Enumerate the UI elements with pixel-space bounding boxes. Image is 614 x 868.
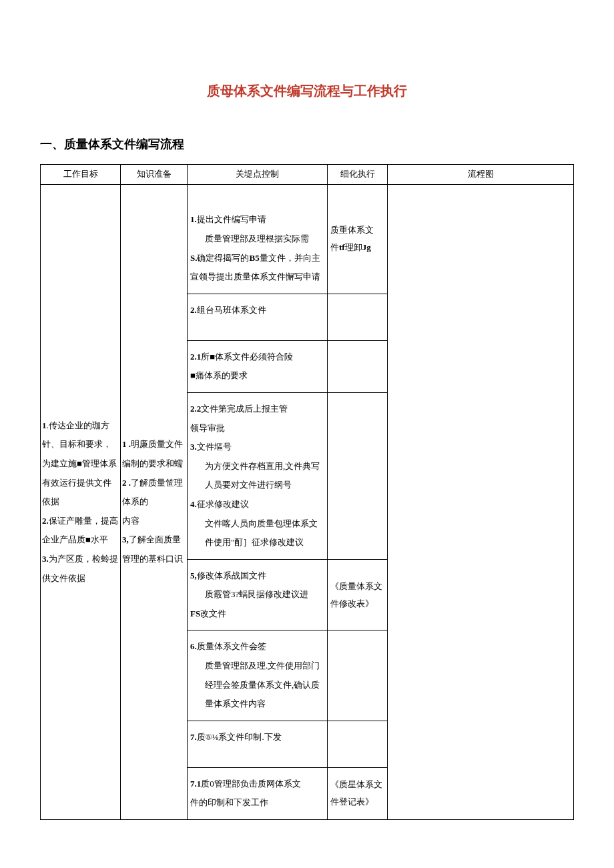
cell-keypoint-7: 7.质®⅛系文件印制.下发: [188, 721, 328, 767]
cell-keypoint-21: 2.1所■体系文件必须符合陵 ■痛体系的要求: [188, 340, 328, 392]
kp1-lead: 1.: [190, 214, 197, 224]
cell-keypoint-1: 1.提出文件编写申请 质量管理部及理根据实际需 S.确定得揭写的B5量文件，并向…: [188, 184, 328, 294]
kp5-title: 修改体系战国文件: [197, 570, 266, 580]
kp3-body: 为方便文件存档直用,文件典写人员要对文件进行纲号: [190, 457, 324, 495]
kp3-lead: 3.: [190, 442, 197, 452]
kp5-body1: 质霰管3?蜗艮据修改建议进: [190, 585, 308, 604]
kp21-lead: 2.1: [190, 352, 201, 362]
goal-2-text: 保证产雕量，提高企业产品质■水平: [42, 516, 118, 545]
header-detail: 细化执行: [328, 164, 388, 184]
kp2-title: 组台马班体系文件: [197, 305, 266, 315]
kp3-title: 文件塸号: [197, 442, 232, 452]
cell-detail-2: [328, 294, 388, 340]
kp4-title: 征求修改建议: [197, 499, 249, 509]
header-knowledge: 知识准备: [121, 164, 188, 184]
kp6-title: 质量体系文件会签: [197, 641, 266, 651]
kp1-body2: 确定得揭写的: [197, 253, 249, 263]
table-row: 1.传达企业的珈方针、目标和要求，为建立施■管理体系有效运行提供文件依据 2.保…: [41, 184, 574, 294]
kp71-text: 质0管理部负击质网体系文: [201, 779, 301, 789]
cell-goal: 1.传达企业的珈方针、目标和要求，为建立施■管理体系有效运行提供文件依据 2.保…: [41, 184, 121, 819]
kp6-lead: 6.: [190, 641, 197, 651]
kp1-title: 提出文件编写申请: [197, 214, 266, 224]
kp22-text: 文件第完成后上报主管: [201, 404, 288, 414]
kp4-body: 文件喀人员向质量包理体系文件使用"酊］征求修改建议: [190, 514, 324, 552]
detail-1b-bold: tf: [339, 242, 345, 252]
cell-knowledge: 1 .明廉质量文件编制的要求和蠕 2 .了解质量笸理体系的 内容 3,了解全面质…: [121, 184, 188, 819]
process-table: 工作目标 知识准备 关堤点控制 细化执行 流程图 1.传达企业的珈方针、目标和要…: [40, 164, 574, 820]
cell-detail-7: [328, 721, 388, 767]
detail-71: 《质星体系文件登记表》: [330, 779, 382, 807]
goal-1-text: .传达企业的珈方针、目标和要求，为建立施■管理体系有效运行提供文件依据: [42, 420, 117, 506]
kp21-text2: ■痛体系的要求: [190, 370, 248, 380]
goal-2-lead: 2.: [42, 516, 49, 526]
cell-detail-21: [328, 340, 388, 392]
kp1-body2-b: B5: [249, 253, 259, 263]
header-goal: 工作目标: [41, 164, 121, 184]
detail-1a: 质重体系文: [330, 225, 374, 235]
know-3-text: 了解全面质量管理的基科口识: [122, 534, 183, 564]
header-flow: 流程图: [388, 164, 574, 184]
detail-1b-tail: 理卸: [345, 242, 362, 252]
kp22-lead: 2.2: [190, 404, 201, 414]
know-2-lead: 2 .: [122, 478, 131, 488]
kp5-body2-lead: FS: [190, 608, 200, 618]
detail-1b-bold2: Jg: [362, 242, 371, 252]
kp6-body: 质量管理部及理.文件使用部门经理会签质量体系文件,确认质量体系文件内容: [190, 657, 324, 714]
kp5-lead: 5,: [190, 570, 197, 580]
detail-5: 《质量体系文件修改表》: [330, 581, 382, 608]
header-keypoint: 关堤点控制: [188, 164, 328, 184]
kp1-body1: 质量管理部及理根据实际需: [190, 230, 309, 249]
cell-flow: [388, 184, 574, 819]
kp22-text2: 领导审批: [190, 423, 225, 433]
goal-3-lead: 3.: [42, 554, 49, 564]
kp71-text2: 件的印制和下发工作: [190, 797, 268, 807]
page-title: 质母体系文件编写流程与工作执行: [40, 80, 574, 101]
kp4-lead: 4.: [190, 499, 197, 509]
cell-detail-5: 《质量体系文件修改表》: [328, 559, 388, 630]
know-2-text: 了解质量笸理体系的: [122, 478, 183, 507]
cell-detail-71: 《质星体系文件登记表》: [328, 767, 388, 819]
kp7-lead: 7.: [190, 732, 197, 742]
goal-3-text: 为产区质，检蛉提供文件依据: [42, 554, 118, 583]
kp5-body2: 改文件: [200, 608, 226, 618]
cell-detail-1: 质重体系文 件tf理卸Jg: [328, 184, 388, 294]
section-heading: 一、质量体系文件编写流程: [40, 135, 574, 154]
cell-keypoint-5: 5,修改体系战国文件 质霰管3?蜗艮据修改建议进 FS改文件: [188, 559, 328, 630]
cell-detail-22: [328, 392, 388, 559]
cell-detail-6: [328, 630, 388, 721]
know-2-text2: 内容: [122, 516, 139, 526]
detail-1b: 件: [330, 242, 339, 252]
kp1-body2-lead: S.: [190, 253, 197, 263]
cell-keypoint-22-3-4: 2.2文件第完成后上报主管 领导审批 3.文件塸号 为方便文件存档直用,文件典写…: [188, 392, 328, 559]
cell-keypoint-71: 7.1质0管理部负击质网体系文 件的印制和下发工作: [188, 767, 328, 819]
table-header-row: 工作目标 知识准备 关堤点控制 细化执行 流程图: [41, 164, 574, 184]
know-1-text: 明廉质量文件编制的要求和蠕: [122, 439, 183, 468]
kp7-title: 质®⅛系文件印制.下发: [197, 732, 282, 742]
know-1-lead: 1 .: [122, 439, 131, 449]
know-3-lead: 3,: [122, 534, 129, 544]
kp2-lead: 2.: [190, 305, 197, 315]
cell-keypoint-2: 2.组台马班体系文件: [188, 294, 328, 340]
kp21-text: 所■体系文件必须符合陵: [201, 352, 293, 362]
kp71-lead: 7.1: [190, 779, 201, 789]
cell-keypoint-6: 6.质量体系文件会签 质量管理部及理.文件使用部门经理会签质量体系文件,确认质量…: [188, 630, 328, 721]
